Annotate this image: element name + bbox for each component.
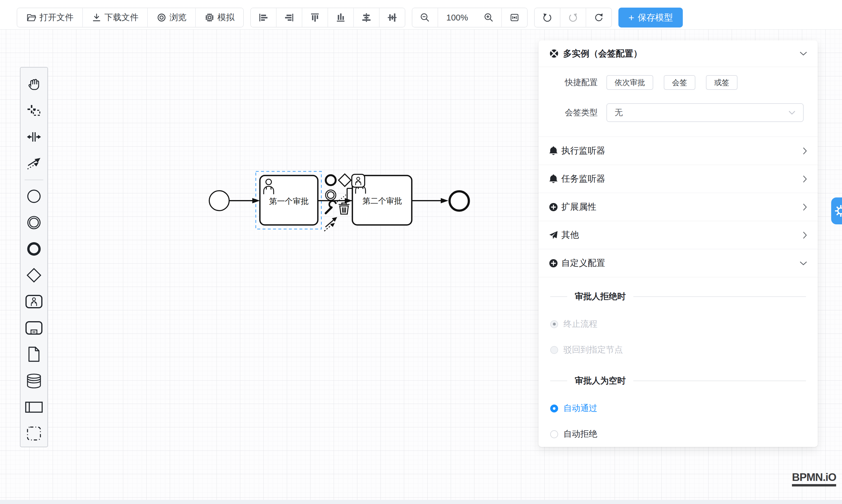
create-group[interactable] bbox=[20, 420, 48, 447]
create-data-object[interactable] bbox=[20, 341, 48, 367]
preview-icon bbox=[157, 13, 166, 22]
sign-type-row: 会签类型 无 bbox=[539, 103, 818, 122]
radio-return-to-node: 驳回到指定节点 bbox=[550, 344, 806, 356]
connect-icon[interactable] bbox=[324, 217, 337, 231]
create-data-store[interactable] bbox=[20, 368, 48, 394]
data-store-icon bbox=[26, 373, 42, 389]
create-subprocess[interactable] bbox=[20, 315, 48, 341]
global-connect-tool[interactable] bbox=[20, 150, 48, 176]
fit-viewport-button[interactable] bbox=[502, 8, 527, 27]
section-label: 自定义配置 bbox=[561, 257, 800, 269]
preview-button[interactable]: 浏览 bbox=[148, 8, 196, 27]
chevron-right-icon bbox=[803, 175, 807, 183]
radio-icon bbox=[550, 320, 558, 328]
open-file-button[interactable]: 打开文件 bbox=[17, 8, 83, 27]
space-tool[interactable] bbox=[20, 124, 48, 150]
section-other[interactable]: 其他 bbox=[539, 221, 818, 249]
simulate-icon bbox=[205, 13, 214, 22]
chevron-down-icon bbox=[788, 111, 795, 115]
align-top-icon bbox=[310, 13, 320, 22]
radio-auto-reject[interactable]: 自动拒绝 bbox=[550, 428, 806, 440]
align-bottom-icon bbox=[336, 13, 346, 22]
align-center-horizontal-button[interactable] bbox=[354, 8, 380, 27]
start-event[interactable] bbox=[209, 191, 229, 211]
radio-icon bbox=[550, 346, 558, 354]
participant-icon bbox=[25, 401, 43, 413]
user-task-icon bbox=[25, 294, 43, 309]
bottom-scrollbar-track[interactable] bbox=[0, 500, 842, 504]
chevron-right-icon bbox=[803, 147, 807, 155]
section-extended-properties[interactable]: 扩展属性 bbox=[539, 193, 818, 221]
sign-type-select[interactable]: 无 bbox=[607, 103, 804, 122]
align-bottom-button[interactable] bbox=[328, 8, 354, 27]
empty-title: 审批人为空时 bbox=[575, 375, 626, 387]
gear-icon bbox=[835, 205, 842, 217]
section-execution-listener[interactable]: 执行监听器 bbox=[539, 137, 818, 165]
zoom-level: 100% bbox=[438, 8, 476, 27]
chevron-right-icon bbox=[803, 203, 807, 211]
trash-icon[interactable] bbox=[339, 203, 349, 214]
create-intermediate-event[interactable] bbox=[20, 210, 48, 236]
quick-config-label: 快捷配置 bbox=[539, 77, 598, 88]
section-label: 扩展属性 bbox=[561, 201, 803, 213]
subprocess-icon bbox=[25, 321, 43, 335]
hand-tool[interactable] bbox=[20, 71, 48, 97]
download-file-button[interactable]: 下载文件 bbox=[83, 8, 148, 27]
or-sign-button[interactable]: 或签 bbox=[706, 75, 738, 90]
section-task-listener[interactable]: 任务监听器 bbox=[539, 165, 818, 193]
sequence-flow[interactable] bbox=[412, 198, 449, 203]
reject-title: 审批人拒绝时 bbox=[575, 291, 626, 303]
simulate-button[interactable]: 模拟 bbox=[196, 8, 243, 27]
send-icon bbox=[549, 231, 558, 239]
multi-instance-icon bbox=[549, 49, 559, 58]
create-gateway[interactable] bbox=[20, 262, 48, 288]
end-event[interactable] bbox=[450, 191, 469, 211]
radio-label: 驳回到指定节点 bbox=[563, 344, 623, 356]
settings-tab[interactable] bbox=[831, 197, 842, 224]
reset-button[interactable] bbox=[586, 8, 611, 27]
plus-circle-icon bbox=[549, 203, 558, 212]
append-intermediate-event-icon[interactable] bbox=[326, 190, 336, 200]
redo-icon bbox=[568, 13, 578, 22]
radio-label: 自动拒绝 bbox=[563, 428, 597, 440]
align-right-button[interactable] bbox=[277, 8, 302, 27]
create-user-task[interactable] bbox=[20, 288, 48, 315]
reset-icon bbox=[594, 13, 604, 22]
create-start-event[interactable] bbox=[20, 183, 48, 210]
panel-header[interactable]: 多实例（会签配置） bbox=[539, 40, 818, 67]
redo-button[interactable] bbox=[560, 8, 586, 27]
chevron-down-icon[interactable] bbox=[800, 51, 807, 56]
sequential-approve-button[interactable]: 依次审批 bbox=[607, 75, 653, 90]
zoom-in-button[interactable] bbox=[476, 8, 502, 27]
toolbar: 打开文件 下载文件 浏览 bbox=[17, 7, 683, 28]
palette-separator bbox=[24, 180, 43, 180]
section-custom-config[interactable]: 自定义配置 bbox=[539, 249, 818, 277]
zoom-out-button[interactable] bbox=[413, 8, 438, 27]
append-gateway-icon[interactable] bbox=[339, 174, 351, 186]
create-end-event[interactable] bbox=[20, 236, 48, 262]
align-top-button[interactable] bbox=[302, 8, 328, 27]
radio-icon[interactable] bbox=[550, 430, 558, 438]
undo-button[interactable] bbox=[535, 8, 560, 27]
align-left-button[interactable] bbox=[251, 8, 277, 27]
bpmn-io-logo[interactable]: BPMN.iO bbox=[792, 471, 836, 486]
append-user-task-icon[interactable] bbox=[352, 174, 365, 187]
properties-panel: 多实例（会签配置） 快捷配置 依次审批 会签 或签 会签类型 无 bbox=[539, 40, 818, 447]
radio-label: 自动通过 bbox=[563, 402, 597, 414]
radio-icon[interactable] bbox=[550, 404, 558, 412]
section-label: 其他 bbox=[561, 229, 803, 241]
lasso-tool[interactable] bbox=[20, 97, 48, 124]
append-end-event-icon[interactable] bbox=[326, 175, 336, 185]
align-middle-vertical-button[interactable] bbox=[380, 8, 405, 27]
create-participant[interactable] bbox=[20, 394, 48, 420]
wrench-icon[interactable] bbox=[326, 201, 336, 213]
radio-auto-pass[interactable]: 自动通过 bbox=[550, 402, 806, 414]
group-icon bbox=[27, 426, 41, 441]
user-task-1[interactable]: 第一个审批 bbox=[260, 176, 318, 225]
zoom-button-group: 100% bbox=[412, 7, 528, 28]
align-left-icon bbox=[259, 13, 268, 22]
countersign-button[interactable]: 会签 bbox=[664, 75, 695, 90]
save-model-button[interactable]: + 保存模型 bbox=[618, 7, 683, 28]
sequence-flow[interactable] bbox=[229, 198, 260, 203]
preview-label: 浏览 bbox=[170, 12, 187, 23]
